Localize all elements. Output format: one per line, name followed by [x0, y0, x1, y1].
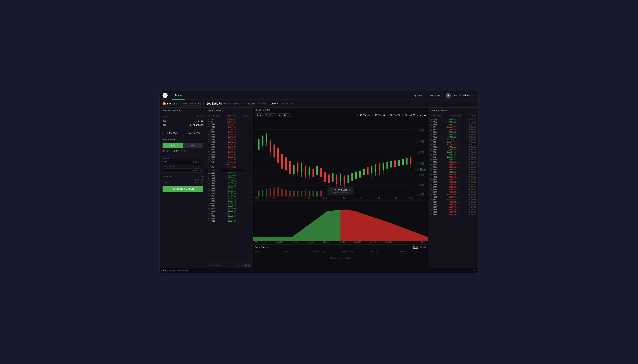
amount-value: 0.00	[168, 161, 197, 163]
bid-row[interactable]: 25.300010333.00-	[206, 180, 253, 182]
limit-price-input-row[interactable]: 0.00 USD	[163, 168, 203, 172]
trade-time: 9:50:14	[469, 121, 476, 123]
bid-row[interactable]: 0.003710326.45-	[206, 204, 253, 207]
depth-chart-container[interactable]: -300 -130 $10,180 $10,230 $10,280 $10,33…	[253, 200, 428, 244]
bid-mysize: -	[249, 182, 251, 184]
bid-price: 10326.40	[228, 208, 236, 210]
limit-tab[interactable]: LIMIT	[173, 150, 179, 153]
ask-row[interactable]: 3.1410344.45-	[206, 118, 253, 120]
buy-button[interactable]: BUY	[163, 143, 183, 148]
stop-tab[interactable]: STOP	[181, 150, 186, 153]
bid-row[interactable]: 0.00110328.15-	[206, 194, 253, 197]
ask-row[interactable]: 0.592210344.30-	[206, 126, 253, 128]
ask-row[interactable]: 10336.35-	[206, 163, 253, 166]
sell-button[interactable]: SELL	[183, 143, 203, 148]
fills-tab[interactable]: Fills	[420, 246, 426, 249]
bid-row[interactable]: 0.032210326.50-	[206, 202, 253, 204]
ask-row[interactable]: 2.000010342.85-	[206, 136, 253, 138]
bid-row[interactable]: 1.000010325.45-	[206, 214, 253, 217]
price-chart-container[interactable]: $10,425 $10,400 $10,375 $10,350 $10,336.…	[253, 118, 428, 200]
trade-row: 0.035310333.01 ↗9:48:54	[428, 188, 478, 191]
chart-type-dropdown[interactable]: Candle ▼	[264, 114, 276, 117]
bid-row[interactable]: 3.026810329.00-	[206, 192, 253, 194]
chart-expand-button[interactable]: ▶	[424, 114, 426, 117]
ask-row[interactable]: 2.41410336.55-	[206, 161, 253, 163]
ask-row[interactable]: 2.000010341.95-	[206, 143, 253, 146]
svg-text:$10,336.78: $10,336.78	[415, 167, 426, 172]
trade-row: 0.001610332.95 ↗9:48:24	[428, 208, 478, 211]
trade-size: 0.0463	[430, 131, 437, 133]
trade-time: 9:48:54	[469, 186, 476, 188]
bid-row[interactable]: 0.099910329.25-	[206, 190, 253, 192]
settings-icon[interactable]: ⚙	[474, 269, 475, 272]
ask-row[interactable]: 1.437110340.00-	[206, 153, 253, 156]
amount-label: Amount	[163, 157, 203, 159]
bid-row[interactable]: 4.404510335.05-	[206, 172, 253, 174]
chevron-down-icon[interactable]: ▼	[474, 94, 475, 96]
ask-row[interactable]: 0.068810342.15-	[206, 140, 253, 143]
bid-row[interactable]: 6.000010325.25-	[206, 217, 253, 220]
trade-row: 0.004610336.98 ↗9:49:06	[428, 173, 478, 176]
ask-row[interactable]: 1.004710343.75-	[206, 130, 253, 133]
trade-row: 0.03010336.66 ↗9:49:37	[428, 140, 478, 143]
ask-row[interactable]: 0.100710342.90-	[206, 133, 253, 136]
aggregation-decrease-button[interactable]: −	[244, 264, 247, 267]
trade-price: 10333.01 ↗	[447, 186, 458, 188]
trade-price: 10336.80 ↗	[447, 166, 458, 168]
bid-row[interactable]: 1.290410329.35-	[206, 187, 253, 190]
bid-row[interactable]: 0.759910332.90-	[206, 182, 253, 184]
trade-price: 10336.81 ↗	[447, 121, 458, 123]
overlay-dropdown[interactable]: Overlay ▼	[278, 114, 291, 117]
asset-col-header: Asset	[163, 115, 168, 117]
ask-row[interactable]: 0.0110344.40-	[206, 120, 253, 123]
max-link[interactable]: Max	[164, 161, 167, 163]
bid-row[interactable]: 0.002110324.50-	[206, 220, 253, 222]
svg-rect-15	[270, 141, 271, 152]
ask-mysize: -	[249, 134, 251, 136]
ask-row[interactable]: 0.600010341.80-	[206, 146, 253, 148]
trade-size: 0.0046	[430, 211, 437, 213]
bid-row[interactable]: 0.100010327.25-	[206, 200, 253, 202]
ask-row[interactable]: 3.000010339.25-	[206, 156, 253, 158]
amount-input-row[interactable]: Max 0.00 BTC	[163, 160, 203, 164]
chart-area: $10,425 $10,400 $10,375 $10,350 $10,336.…	[253, 118, 428, 244]
ask-row[interactable]: 0.759910340.35-	[206, 151, 253, 153]
bid-row[interactable]: 0.002310326.40-	[206, 207, 253, 210]
withdraw-button[interactable]: ⊖ WITHDRAW	[184, 130, 203, 136]
advanced-toggle[interactable]: Advanced ▼	[163, 174, 203, 179]
ask-row[interactable]: 1.000010340.65-	[206, 148, 253, 151]
ask-size: 1.4371	[208, 154, 215, 156]
bid-row[interactable]: 2.500010334.95-	[206, 174, 253, 177]
aggregation-increase-button[interactable]: +	[248, 264, 251, 267]
tab-trade[interactable]: Trade	[172, 91, 185, 100]
bid-row[interactable]: 1.000010327.95-	[206, 197, 253, 200]
bid-row[interactable]: 0.616810326.30-	[206, 210, 253, 212]
select-market-button[interactable]: Select Market ▼	[180, 102, 201, 106]
ask-row[interactable]: 0.100010342.65-	[206, 138, 253, 140]
place-order-button[interactable]: PLACE BUY ORDER	[163, 186, 203, 192]
ask-mysize: -	[249, 154, 251, 156]
ask-row[interactable]: 0.13210337.35-	[206, 158, 253, 161]
bid-price: 10333.00	[228, 180, 237, 182]
timeframe-dropdown[interactable]: 5m ▼	[255, 114, 263, 117]
btc-label: BTC	[163, 124, 167, 126]
bid-price: 10331.00	[228, 185, 236, 187]
open-tab[interactable]: Open	[413, 246, 418, 249]
ask-row[interactable]: 5.60110336.30-	[206, 166, 253, 168]
btc-icon: ₿	[163, 102, 166, 105]
bid-row[interactable]: 3.000010331.00-	[206, 184, 253, 187]
volume-value: 7,867	[269, 102, 276, 105]
down-arrow-icon: ↗	[457, 204, 458, 206]
ask-row[interactable]: 0.299910344.35-	[206, 123, 253, 126]
bid-row[interactable]: 0.098410333.50-	[206, 177, 253, 180]
logo[interactable]: C	[163, 93, 168, 98]
market-tab[interactable]: MARKET	[163, 150, 170, 153]
trade-price: 10336.69 ↗	[447, 146, 458, 148]
my-wallets-button[interactable]: My Wallets	[427, 93, 443, 98]
my-orders-button[interactable]: My Orders	[411, 93, 426, 98]
trade-time: 9:48:43	[469, 201, 476, 203]
ask-row[interactable]: 1.00710344.00-	[206, 128, 253, 130]
usd-label: USD	[163, 120, 167, 122]
bid-row[interactable]: 0.0510325.75-	[206, 212, 253, 214]
deposit-button[interactable]: ⊕ DEPOSIT	[163, 130, 182, 136]
